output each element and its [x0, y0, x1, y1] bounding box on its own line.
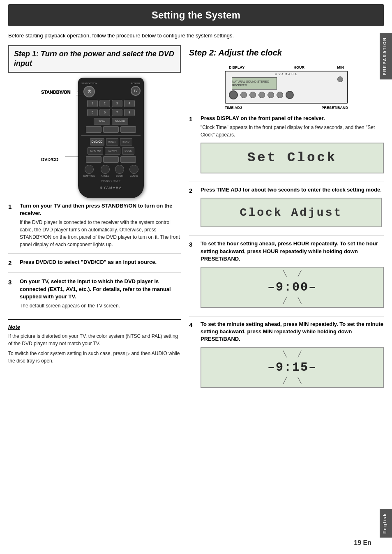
preparation-tab: PREPARATION — [380, 33, 392, 79]
step1-title-3: On your TV, select the input to which th… — [20, 278, 181, 300]
receiver-top-labels: DISPLAY HOUR MIN — [229, 65, 344, 70]
step1-body-1: If the DVD player is connected to the re… — [20, 219, 181, 248]
step2-column: Step 2: Adjust the clock DISPLAY HOUR MI… — [189, 45, 384, 401]
audio-button[interactable] — [129, 165, 138, 174]
lcd-set-clock: Set Clock — [201, 143, 384, 173]
step2-item-4: 4 To set the minute setting ahead, press… — [189, 321, 384, 397]
arrow-icon: ▷ — [127, 350, 130, 357]
step1-title-1: Turn on your TV and then press STANDBY/O… — [20, 202, 181, 217]
step2-num-3: 3 — [189, 240, 196, 312]
step1-num-3: 3 — [8, 278, 16, 309]
arrow-sw-2: ╱ — [283, 377, 286, 385]
time-display-900: ╲ ╱ –9:00– ╱ ╲ — [201, 267, 384, 308]
flat-btn-1[interactable] — [86, 126, 101, 133]
display-label: DISPLAY — [229, 65, 244, 70]
time-display-915: ╲ ╱ –9:15– ╱ ╲ — [201, 347, 384, 388]
step2-content-4: To set the minute setting ahead, press M… — [201, 321, 384, 392]
step2-content-1: Press DISPLAY on the front panel of the … — [201, 115, 384, 178]
time-900-text: –9:00– — [267, 279, 317, 296]
step1-num-2: 2 — [8, 259, 16, 268]
arrow-sw-1: ╱ — [283, 297, 286, 305]
lcd-clock-adjust: Clock Adjust — [201, 198, 382, 227]
step1-title: Step 1: Turn on the power and select the… — [14, 49, 175, 69]
step2-title-1: Press DISPLAY on the front panel of the … — [201, 115, 384, 122]
note-title: Note — [8, 323, 181, 331]
step1-num-1: 1 — [8, 202, 16, 248]
receiver-diagram: DISPLAY HOUR MIN ⊛YAMAHA NATURAL SOUND S… — [221, 65, 352, 111]
flat-btn-3[interactable] — [120, 126, 136, 133]
remote-control: STANDBY/ON ⏻ POWER TV 1 — [78, 78, 144, 198]
yamaha-logo: ⊛YAMAHA — [81, 185, 141, 190]
step1-item-2: 2 Press DVD/CD to select "DVD/CD" as an … — [8, 259, 181, 273]
btn-7[interactable]: 7 — [112, 109, 122, 116]
btn-4[interactable]: 4 — [124, 100, 135, 107]
step2-body-1: "Clock Time" appears in the front panel … — [201, 124, 384, 138]
step1-column: Step 1: Turn on the power and select the… — [8, 45, 181, 367]
arrow-ne-1: ╱ — [295, 270, 301, 278]
step1-content-2: Press DVD/CD to select "DVD/CD" as an in… — [20, 259, 181, 268]
btn-2[interactable]: 2 — [99, 100, 110, 107]
angle-button[interactable] — [101, 165, 110, 174]
step1-content-3: On your TV, select the input to which th… — [20, 278, 181, 309]
note-section: Note If the picture is distorted on your… — [8, 319, 181, 365]
step2-title-4: To set the minute setting ahead, press M… — [201, 321, 384, 343]
receiver-controls — [337, 76, 343, 82]
flat-btn-2[interactable] — [103, 126, 119, 133]
step1-content-1: Turn on your TV and then press STANDBY/O… — [20, 202, 181, 248]
step1-header: Step 1: Turn on the power and select the… — [8, 45, 181, 73]
tapemd-button[interactable]: TAPE MD — [88, 147, 103, 155]
btn-6[interactable]: 6 — [99, 109, 110, 116]
arrow-se-2: ╲ — [295, 377, 301, 385]
dock-button[interactable]: DOCK — [122, 147, 134, 155]
power-button[interactable]: TV — [131, 86, 141, 96]
dvdcd-label: DVD/CD — [41, 157, 58, 163]
arrow-ne-2: ╱ — [295, 350, 301, 358]
scan-button[interactable]: SCAN — [94, 118, 110, 125]
step1-title-2: Press DVD/CD to select "DVD/CD" as an in… — [20, 259, 181, 266]
step1-item-3: 3 On your TV, select the input to which … — [8, 278, 181, 314]
flat-b[interactable] — [103, 156, 119, 163]
btn-3[interactable]: 3 — [112, 100, 122, 107]
step1-item-1: 1 Turn on your TV and then press STANDBY… — [8, 202, 181, 254]
standby-on-label: STANDBY/ON — [41, 90, 70, 95]
page-number: 19 En — [354, 538, 371, 547]
btn-1[interactable]: 1 — [87, 100, 98, 107]
step2-content-3: To set the hour setting ahead, press HOU… — [201, 240, 384, 312]
receiver-display: NATURAL SOUND STEREO RECEIVER — [232, 77, 277, 90]
flat-a[interactable] — [86, 156, 101, 163]
step2-list: 1 Press DISPLAY on the front panel of th… — [189, 115, 384, 397]
subtitle-button[interactable] — [85, 165, 94, 174]
step2-item-1: 1 Press DISPLAY on the front panel of th… — [189, 115, 384, 182]
step2-title: Step 2: Adjust the clock — [189, 47, 384, 58]
intro-text: Before starting playback operation, foll… — [8, 32, 384, 39]
step2-num-2: 2 — [189, 186, 196, 231]
step2-title-2: Press TIME ADJ for about two seconds to … — [201, 186, 382, 194]
dimmer-button[interactable]: DIMMER — [112, 118, 128, 125]
english-tab: English — [380, 509, 392, 538]
auxtv-button[interactable]: AUX/TV — [105, 147, 120, 155]
step2-header: Step 2: Adjust the clock — [189, 45, 384, 60]
btn-8[interactable]: 8 — [124, 109, 135, 116]
step2-content-2: Press TIME ADJ for about two seconds to … — [201, 186, 382, 231]
note-text-2: To switch the color system setting in su… — [8, 350, 181, 365]
arrow-nw-2: ╲ — [283, 350, 286, 358]
remote-illustration: STANDBY/ON STANDBY/ON STANDBY/ON ⏻ — [8, 78, 181, 198]
standby-button[interactable]: ⏻ — [83, 86, 95, 97]
band-button[interactable]: BAND — [120, 138, 132, 145]
note-text-1: If the picture is distorted on your TV, … — [8, 332, 181, 347]
tuner-button[interactable]: TUNER — [106, 138, 118, 145]
page-title: Setting the System — [8, 4, 384, 26]
min-label: MIN — [337, 65, 344, 70]
preset-band-label: PRESET/BAND — [321, 105, 348, 111]
step2-item-3: 3 To set the hour setting ahead, press H… — [189, 240, 384, 316]
step2-num-4: 4 — [189, 321, 196, 392]
dvdcd-button[interactable]: DVD/CD — [90, 138, 104, 145]
step2-title-3: To set the hour setting ahead, press HOU… — [201, 240, 384, 263]
arrow-se-1: ╲ — [295, 297, 301, 305]
pianocraft-logo: PIANOCRAFT — [81, 179, 141, 182]
flat-c[interactable] — [120, 156, 136, 163]
hour-label: HOUR — [294, 65, 305, 70]
step1-list: 1 Turn on your TV and then press STANDBY… — [8, 202, 181, 314]
btn-5[interactable]: 5 — [87, 109, 98, 116]
zoom-button[interactable] — [115, 165, 124, 174]
